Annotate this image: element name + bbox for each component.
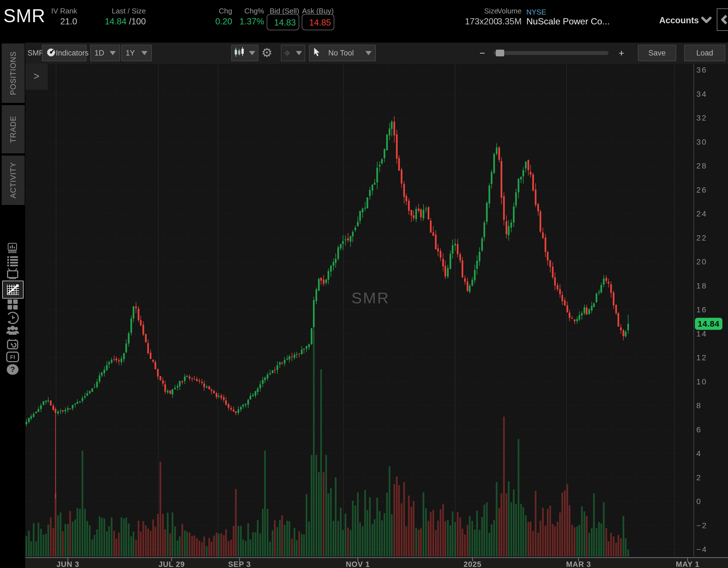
volume-bar (588, 533, 590, 557)
volume-bar (552, 524, 554, 557)
candle-body (225, 400, 227, 405)
volume-bar (420, 528, 422, 557)
candle-body (459, 254, 461, 260)
volume-bar (206, 546, 208, 557)
candle-body (223, 397, 225, 400)
volume-bar (157, 514, 159, 557)
candle-body (381, 159, 383, 163)
volume-bar (250, 539, 251, 557)
volume-bar (101, 518, 103, 557)
candle-body (503, 196, 505, 220)
candle-body (352, 232, 354, 236)
candle-body (462, 260, 463, 277)
candle-body (164, 384, 166, 392)
volume-bar (252, 532, 254, 557)
volume-bar (286, 521, 288, 557)
candle-body (515, 192, 517, 206)
volume-bar (216, 532, 217, 557)
candle-body (481, 238, 483, 251)
candle-body (579, 315, 580, 320)
x-axis-label: MAY 1 (676, 560, 700, 568)
candle-body (467, 281, 468, 291)
candle-body (471, 280, 473, 286)
volume-bar (549, 505, 551, 557)
candle-body (133, 306, 134, 318)
volume-bar (501, 493, 502, 557)
volume-bar (35, 541, 37, 557)
volume-bar (64, 524, 66, 557)
candle-body (608, 282, 609, 283)
volume-bar (337, 521, 339, 557)
candlestick-chart[interactable] (0, 0, 728, 568)
volume-bar (279, 520, 281, 557)
volume-bar (496, 482, 497, 557)
candle-body (181, 381, 183, 382)
candle-body (359, 211, 361, 221)
candle-body (600, 285, 602, 292)
candle-body (340, 244, 342, 248)
candle-body (547, 252, 549, 260)
y-axis-label: 6 (696, 425, 702, 434)
candle-body (584, 307, 585, 313)
volume-bar (320, 369, 322, 557)
volume-bar (474, 530, 476, 557)
volume-bar (381, 520, 383, 557)
candle-body (172, 389, 173, 394)
volume-bar (444, 521, 446, 557)
candle-body (559, 289, 561, 294)
volume-bar (245, 541, 246, 557)
volume-bar (481, 517, 483, 557)
candle-body (128, 333, 130, 343)
volume-bar (415, 528, 417, 557)
candle-body (591, 306, 593, 310)
candle-body (535, 190, 536, 205)
volume-bar (454, 522, 456, 557)
volume-bar (432, 510, 434, 557)
volume-bar (503, 417, 505, 557)
volume-bar (413, 501, 414, 557)
volume-bar (493, 520, 495, 557)
volume-bar (350, 530, 351, 557)
volume-bar (532, 531, 534, 557)
candle-body (203, 384, 205, 387)
candle-body (74, 404, 76, 405)
candle-body (491, 172, 492, 184)
y-axis-label: 2 (696, 473, 702, 482)
candle-body (432, 232, 434, 236)
candle-body (57, 412, 59, 414)
candle-body (208, 386, 210, 389)
volume-bar (411, 507, 412, 557)
y-axis-line[interactable] (694, 64, 694, 558)
candle-body (96, 382, 98, 387)
candle-body (418, 209, 420, 211)
volume-bar (281, 515, 283, 557)
volume-bar (223, 535, 225, 557)
candle-body (615, 305, 617, 313)
candle-body (33, 414, 34, 417)
candle-body (442, 259, 444, 267)
x-axis-label: NOV 1 (346, 560, 370, 568)
volume-bar (94, 535, 95, 557)
candle-body (428, 207, 429, 219)
candle-body (479, 252, 480, 261)
panel-expander-button[interactable]: > (25, 64, 48, 90)
volume-bar (57, 515, 59, 557)
volume-bar (389, 466, 390, 557)
candle-body (218, 396, 220, 397)
volume-bar (242, 540, 244, 557)
volume-bar (620, 538, 622, 557)
volume-bar (298, 531, 300, 557)
candle-body (242, 405, 244, 407)
candle-body (308, 344, 310, 347)
candle-body (452, 245, 453, 253)
candle-body (82, 398, 83, 401)
candle-body (301, 350, 303, 354)
y-axis-label: 14 (696, 329, 707, 338)
candle-body (454, 244, 456, 246)
candle-body (374, 183, 375, 184)
candle-body (496, 147, 497, 154)
candle-body (240, 407, 242, 410)
candle-body (411, 210, 412, 216)
volume-bar (277, 527, 278, 557)
volume-bar (311, 455, 312, 557)
